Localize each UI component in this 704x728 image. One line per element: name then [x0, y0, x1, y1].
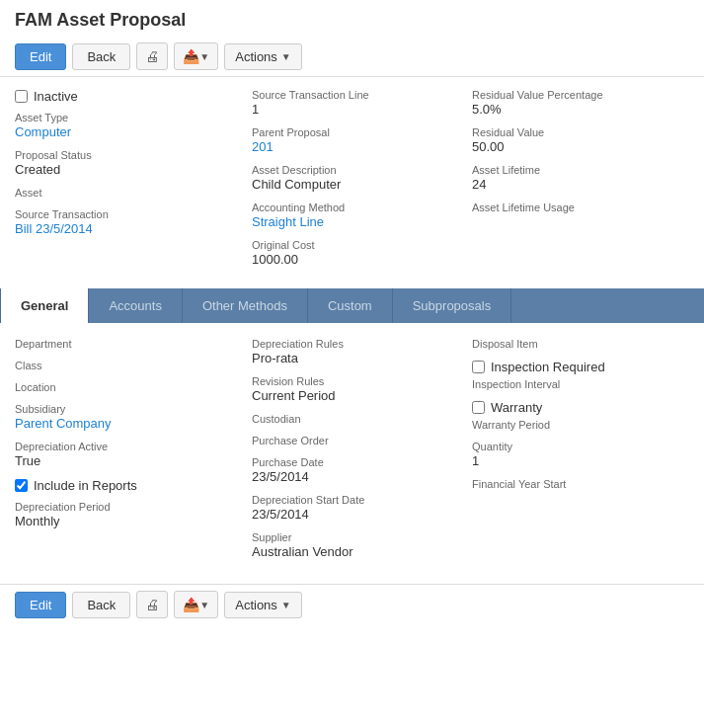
purchase-order-field: Purchase Order	[252, 435, 472, 446]
original-cost-value: 1000.00	[252, 252, 472, 267]
warranty-label: Warranty	[491, 400, 542, 415]
purchase-order-label: Purchase Order	[252, 435, 472, 446]
parent-proposal-field: Parent Proposal 201	[252, 126, 472, 154]
class-label: Class	[15, 360, 252, 371]
inactive-checkbox[interactable]	[15, 90, 28, 103]
warranty-checkbox[interactable]	[472, 401, 485, 414]
disposal-item-label: Disposal Item	[472, 338, 689, 350]
accounting-method-value[interactable]: Straight Line	[252, 214, 472, 229]
location-label: Location	[15, 381, 252, 393]
source-transaction-value[interactable]: Bill 23/5/2014	[15, 221, 252, 236]
back-button[interactable]: Back	[72, 43, 130, 70]
tab-subproposals[interactable]: Subproposals	[393, 288, 512, 323]
tab-other-methods[interactable]: Other Methods	[183, 288, 308, 323]
depreciation-start-date-value: 23/5/2014	[252, 507, 472, 522]
print-button[interactable]: 🖨	[136, 42, 168, 70]
actions-button[interactable]: Actions ▼	[224, 43, 302, 70]
class-field: Class	[15, 360, 252, 371]
asset-field: Asset	[15, 187, 252, 199]
inspection-required-checkbox[interactable]	[472, 361, 485, 373]
asset-lifetime-usage-label: Asset Lifetime Usage	[472, 202, 689, 213]
quantity-field: Quantity 1	[472, 441, 689, 468]
edit-button[interactable]: Edit	[15, 43, 66, 70]
tab-custom[interactable]: Custom	[308, 288, 393, 323]
bottom-print-button[interactable]: 🖨	[136, 591, 168, 618]
depreciation-rules-label: Depreciation Rules	[252, 338, 472, 350]
bottom-back-button[interactable]: Back	[72, 592, 130, 618]
custodian-field: Custodian	[252, 413, 472, 425]
warranty-period-label: Warranty Period	[472, 419, 689, 431]
print-icon: 🖨	[145, 48, 159, 64]
export-button[interactable]: 📤 ▼	[174, 42, 218, 70]
form-section: Inactive Asset Type Computer Proposal St…	[0, 77, 704, 288]
bottom-export-arrow-icon: ▼	[199, 600, 209, 610]
source-transaction-line-field: Source Transaction Line 1	[252, 89, 472, 117]
page-title: FAM Asset Proposal	[0, 0, 704, 37]
depreciation-rules-value: Pro-rata	[252, 351, 472, 365]
include-in-reports-label: Include in Reports	[34, 478, 137, 493]
asset-lifetime-usage-field: Asset Lifetime Usage	[472, 202, 689, 213]
source-transaction-line-value: 1	[252, 102, 472, 117]
asset-type-label: Asset Type	[15, 112, 252, 123]
depreciation-period-value: Monthly	[15, 514, 252, 528]
residual-value-pct-field: Residual Value Percentage 5.0%	[472, 89, 689, 117]
inspection-interval-field: Inspection Interval	[472, 378, 689, 390]
bottom-actions-label: Actions	[235, 598, 277, 612]
source-transaction-line-label: Source Transaction Line	[252, 89, 472, 101]
asset-lifetime-value: 24	[472, 177, 689, 192]
location-field: Location	[15, 381, 252, 393]
department-field: Department	[15, 338, 252, 350]
residual-value-pct-label: Residual Value Percentage	[472, 89, 689, 101]
quantity-label: Quantity	[472, 441, 689, 452]
revision-rules-label: Revision Rules	[252, 375, 472, 387]
gen-right-col: Disposal Item Inspection Required Inspec…	[472, 338, 689, 569]
tab-accounts[interactable]: Accounts	[89, 288, 182, 323]
gen-mid-col: Depreciation Rules Pro-rata Revision Rul…	[252, 338, 472, 569]
bottom-export-icon: 📤	[183, 597, 199, 612]
supplier-field: Supplier Australian Vendor	[252, 531, 472, 559]
include-in-reports-field: Include in Reports	[15, 478, 252, 493]
inspection-required-field: Inspection Required	[472, 360, 689, 374]
include-in-reports-checkbox[interactable]	[15, 479, 28, 492]
export-icon: 📤	[183, 48, 199, 64]
bottom-print-icon: 🖨	[145, 597, 159, 612]
bottom-toolbar: Edit Back 🖨 📤 ▼ Actions ▼	[0, 584, 704, 624]
depreciation-active-value: True	[15, 453, 252, 468]
supplier-value: Australian Vendor	[252, 544, 472, 559]
asset-description-field: Asset Description Child Computer	[252, 164, 472, 192]
proposal-status-value: Created	[15, 162, 252, 177]
custodian-label: Custodian	[252, 413, 472, 425]
original-cost-field: Original Cost 1000.00	[252, 239, 472, 267]
financial-year-start-field: Financial Year Start	[472, 478, 689, 490]
parent-proposal-value[interactable]: 201	[252, 139, 472, 154]
bottom-export-button[interactable]: 📤 ▼	[174, 591, 218, 618]
asset-type-value[interactable]: Computer	[15, 124, 252, 139]
residual-value-pct-value: 5.0%	[472, 102, 689, 117]
asset-lifetime-field: Asset Lifetime 24	[472, 164, 689, 192]
accounting-method-field: Accounting Method Straight Line	[252, 202, 472, 229]
bottom-actions-button[interactable]: Actions ▼	[224, 592, 302, 618]
asset-lifetime-label: Asset Lifetime	[472, 164, 689, 176]
asset-description-value: Child Computer	[252, 177, 472, 192]
parent-proposal-label: Parent Proposal	[252, 126, 472, 138]
form-left-col: Inactive Asset Type Computer Proposal St…	[15, 89, 252, 277]
depreciation-period-label: Depreciation Period	[15, 501, 252, 513]
inspection-interval-label: Inspection Interval	[472, 378, 689, 390]
subsidiary-label: Subsidiary	[15, 403, 252, 415]
inactive-field: Inactive	[15, 89, 252, 104]
tab-general[interactable]: General	[0, 288, 89, 323]
purchase-date-field: Purchase Date 23/5/2014	[252, 456, 472, 484]
actions-arrow-icon: ▼	[281, 51, 291, 62]
source-transaction-label: Source Transaction	[15, 208, 252, 220]
depreciation-rules-field: Depreciation Rules Pro-rata	[252, 338, 472, 365]
depreciation-period-field: Depreciation Period Monthly	[15, 501, 252, 528]
purchase-date-label: Purchase Date	[252, 456, 472, 468]
warranty-period-field: Warranty Period	[472, 419, 689, 431]
export-arrow-icon: ▼	[199, 51, 209, 62]
subsidiary-field: Subsidiary Parent Company	[15, 403, 252, 431]
subsidiary-value[interactable]: Parent Company	[15, 416, 252, 431]
bottom-edit-button[interactable]: Edit	[15, 592, 66, 618]
gen-left-col: Department Class Location Subsidiary Par…	[15, 338, 252, 569]
source-transaction-field: Source Transaction Bill 23/5/2014	[15, 208, 252, 236]
asset-description-label: Asset Description	[252, 164, 472, 176]
